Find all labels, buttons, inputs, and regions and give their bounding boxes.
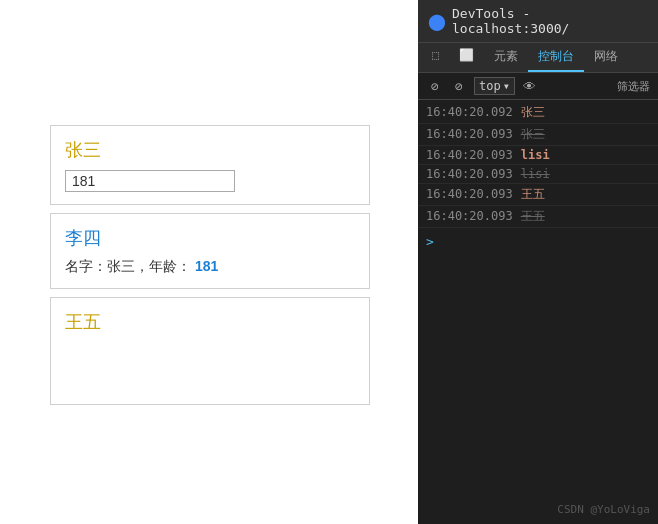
log-value-5: 王五 bbox=[521, 208, 545, 225]
context-label: top bbox=[479, 79, 501, 93]
tab-console[interactable]: 控制台 bbox=[528, 43, 584, 72]
log-time-4: 16:40:20.093 bbox=[426, 187, 513, 201]
log-time-0: 16:40:20.092 bbox=[426, 105, 513, 119]
log-entry-4: 16:40:20.093 王五 bbox=[418, 184, 658, 206]
eye-icon[interactable]: 👁 bbox=[521, 77, 539, 95]
log-value-4: 王五 bbox=[521, 186, 545, 203]
tab-elements[interactable]: 元素 bbox=[484, 43, 528, 72]
lisi-info: 名字：张三，年龄： 181 bbox=[65, 258, 355, 276]
dropdown-arrow: ▾ bbox=[503, 79, 510, 93]
tab-device-icon[interactable]: ⬜ bbox=[449, 43, 484, 72]
devtools-titlebar: ⬤ DevTools - localhost:3000/ bbox=[418, 0, 658, 43]
lisi-info-age: 181 bbox=[195, 258, 218, 274]
browser-content: 张三 李四 名字：张三，年龄： 181 王五 bbox=[0, 0, 420, 524]
section-lisi: 李四 名字：张三，年龄： 181 bbox=[50, 213, 370, 289]
log-value-0: 张三 bbox=[521, 104, 545, 121]
filter-icon[interactable]: ⊘ bbox=[450, 77, 468, 95]
section-wangwu: 王五 bbox=[50, 297, 370, 405]
devtools-toolbar: ⊘ ⊘ top ▾ 👁 筛选器 bbox=[418, 73, 658, 100]
zhangsan-age-input[interactable] bbox=[65, 170, 235, 192]
log-entry-1: 16:40:20.093 张三 bbox=[418, 124, 658, 146]
devtools-tabs: ⬚ ⬜ 元素 控制台 网络 bbox=[418, 43, 658, 73]
tab-network[interactable]: 网络 bbox=[584, 43, 628, 72]
zhangsan-title: 张三 bbox=[65, 138, 355, 162]
log-time-2: 16:40:20.093 bbox=[426, 148, 513, 162]
wangwu-title: 王五 bbox=[65, 310, 355, 334]
log-value-3: lisi bbox=[521, 167, 550, 181]
log-entry-2: 16:40:20.093 lisi bbox=[418, 146, 658, 165]
clear-icon[interactable]: ⊘ bbox=[426, 77, 444, 95]
section-lisi-content: 李四 名字：张三，年龄： 181 bbox=[51, 214, 369, 288]
log-time-3: 16:40:20.093 bbox=[426, 167, 513, 181]
tab-inspect-icon[interactable]: ⬚ bbox=[422, 43, 449, 72]
section-zhangsan: 张三 bbox=[50, 125, 370, 205]
log-value-2: lisi bbox=[521, 148, 550, 162]
log-time-1: 16:40:20.093 bbox=[426, 127, 513, 141]
devtools-panel: ⬤ DevTools - localhost:3000/ ⬚ ⬜ 元素 控制台 … bbox=[418, 0, 658, 524]
lisi-title: 李四 bbox=[65, 226, 355, 250]
console-log-area: 16:40:20.092 张三 16:40:20.093 张三 16:40:20… bbox=[418, 100, 658, 230]
section-zhangsan-content: 张三 bbox=[51, 126, 369, 204]
log-entry-5: 16:40:20.093 王五 bbox=[418, 206, 658, 228]
log-entry-0: 16:40:20.092 张三 bbox=[418, 102, 658, 124]
section-wangwu-content: 王五 bbox=[51, 298, 369, 404]
log-value-1: 张三 bbox=[521, 126, 545, 143]
filter-button[interactable]: 筛选器 bbox=[617, 79, 650, 94]
csdn-watermark: CSDN @YoLoViga bbox=[557, 503, 650, 516]
devtools-browser-icon: ⬤ bbox=[428, 12, 446, 31]
console-prompt[interactable]: > bbox=[418, 230, 658, 253]
log-time-5: 16:40:20.093 bbox=[426, 209, 513, 223]
devtools-title: DevTools - localhost:3000/ bbox=[452, 6, 648, 36]
context-dropdown[interactable]: top ▾ bbox=[474, 77, 515, 95]
log-entry-3: 16:40:20.093 lisi bbox=[418, 165, 658, 184]
